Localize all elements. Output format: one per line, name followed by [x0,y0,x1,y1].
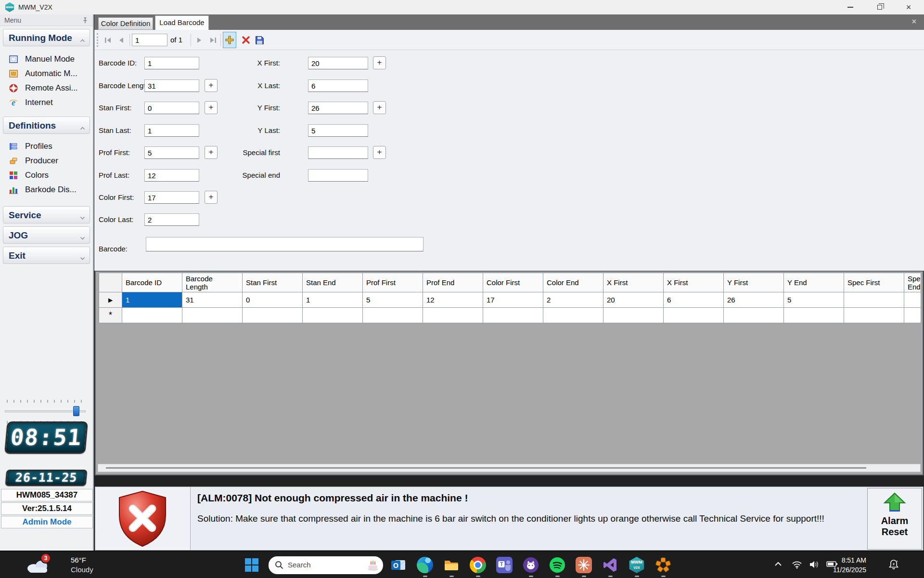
start-button[interactable] [244,558,259,574]
row-indicator-header[interactable] [99,273,122,292]
column-header-x-first[interactable]: X First [603,273,664,292]
weather-widget[interactable]: 56°F Cloudy [71,555,93,575]
sidebar-item-manuel-mode[interactable]: Manuel Mode [5,53,91,66]
edge-icon[interactable] [417,557,433,573]
grid-cell[interactable]: 20 [603,292,664,308]
save-record-button[interactable] [253,32,266,48]
prof-last-input[interactable] [144,169,199,182]
wifi-icon[interactable] [792,560,802,571]
sidebar-group-exit[interactable]: Exit [3,247,90,264]
next-record-button[interactable] [193,34,205,46]
column-header-y-end[interactable]: Y End [784,273,844,292]
current-row-indicator[interactable]: ▶ [99,292,122,308]
grid-cell[interactable] [423,308,483,323]
sidebar-item-profiles[interactable]: Profiles [5,140,91,153]
y-first-plus-button[interactable]: + [373,101,386,114]
maximize-button[interactable] [869,0,891,14]
notification-bell-icon[interactable]: zz [888,558,900,573]
grid-cell[interactable] [243,308,303,323]
column-header-barcode-id[interactable]: Barcode ID [122,273,182,292]
pinwheel-icon[interactable] [655,557,671,573]
column-header-spec-first[interactable]: Spec First [844,273,904,292]
tab-strip-close-icon[interactable]: × [912,17,916,26]
sidebar-group-definitions[interactable]: Definitions [3,117,90,134]
sidebar-item-colors[interactable]: Colors [5,169,91,182]
column-header-prof-end[interactable]: Prof End [423,273,483,292]
last-record-button[interactable] [207,34,218,46]
column-header-color-end[interactable]: Color End [543,273,603,292]
column-header-color-first[interactable]: Color First [483,273,543,292]
tab-load-barcode[interactable]: Load Barcode [155,15,209,30]
grid-horizontal-scrollbar[interactable] [98,464,921,472]
grid-cell[interactable] [603,308,664,323]
column-header-prof-first[interactable]: Prof First [363,273,423,292]
claude-icon[interactable] [576,557,592,573]
grid-cell[interactable] [303,308,363,323]
prof-first-input[interactable] [144,146,199,159]
previous-record-button[interactable] [116,34,127,46]
slider-thumb[interactable] [73,406,79,416]
add-record-button[interactable] [223,32,236,48]
column-header-barcode-length[interactable]: Barcode Length [182,273,243,292]
column-header-spec-end[interactable]: Spec End [904,273,921,292]
sidebar-item-barkode-dis[interactable]: Barkode Dis... [5,184,91,197]
grid-cell[interactable]: 26 [724,292,784,308]
sidebar-item-remote-assi[interactable]: Remote Assi... [5,82,91,95]
tray-overflow-chevron-icon[interactable] [774,560,783,570]
color-last-input[interactable] [144,213,199,226]
barcode-id-input[interactable] [144,57,199,69]
grid-cell[interactable] [844,308,904,323]
grid-cell[interactable] [363,308,423,323]
color-first-plus-button[interactable]: + [205,191,218,204]
grid-cell[interactable] [844,292,904,308]
tab-color-definition[interactable]: Color Definition [98,17,153,30]
chrome-icon[interactable] [470,557,486,573]
stan-last-input[interactable] [144,124,199,137]
grid-cell[interactable] [664,308,724,323]
grid-cell[interactable]: 12 [423,292,483,308]
new-row-indicator[interactable]: * [99,308,122,323]
github-icon[interactable] [523,557,539,573]
column-header-x-first[interactable]: X First [664,273,724,292]
barcode-input[interactable] [146,237,424,251]
sidebar-item-automatic-m[interactable]: Automatic M... [5,67,91,80]
spotify-icon[interactable] [549,557,565,573]
delete-record-button[interactable] [239,32,253,48]
pin-icon[interactable] [82,17,88,26]
first-record-button[interactable] [102,34,114,46]
grid-cell[interactable]: 17 [483,292,543,308]
grid-cell[interactable] [483,308,543,323]
special-first-input[interactable] [308,146,368,159]
grid-cell[interactable] [724,308,784,323]
search-box[interactable]: Search [269,556,383,574]
close-button[interactable]: × [898,0,920,14]
grid-cell[interactable]: 5 [784,292,844,308]
x-first-plus-button[interactable]: + [373,56,386,69]
grid-cell[interactable]: 0 [243,292,303,308]
sidebar-group-running-mode[interactable]: Running Mode [3,29,90,46]
file-explorer-icon[interactable] [443,557,460,573]
grid-cell[interactable]: 5 [363,292,423,308]
mwm-v2x-icon[interactable]: MWMV2X [629,557,645,573]
y-last-input[interactable] [308,124,368,137]
grid-cell[interactable] [904,308,921,323]
special-first-plus-button[interactable]: + [373,146,386,159]
special-end-input[interactable] [308,169,368,182]
grid-cell[interactable] [122,308,182,323]
sidebar-group-jog[interactable]: JOG [3,226,90,244]
record-number-input[interactable] [132,34,167,46]
sidebar-item-internet[interactable]: eInternet [5,96,91,109]
grid-cell[interactable] [543,308,603,323]
visual-studio-icon[interactable] [602,557,618,573]
grid-cell[interactable]: 31 [182,292,243,308]
sidebar-group-service[interactable]: Service [3,206,90,223]
x-first-input[interactable] [308,57,368,69]
y-first-input[interactable] [308,102,368,114]
minimize-button[interactable] [839,0,861,14]
color-first-input[interactable] [144,191,199,204]
barcode-length-input[interactable] [144,79,199,92]
scrollbar-thumb[interactable] [106,467,866,469]
grid-cell[interactable]: 2 [543,292,603,308]
grid-cell[interactable]: 6 [664,292,724,308]
grid-cell[interactable]: 1 [303,292,363,308]
